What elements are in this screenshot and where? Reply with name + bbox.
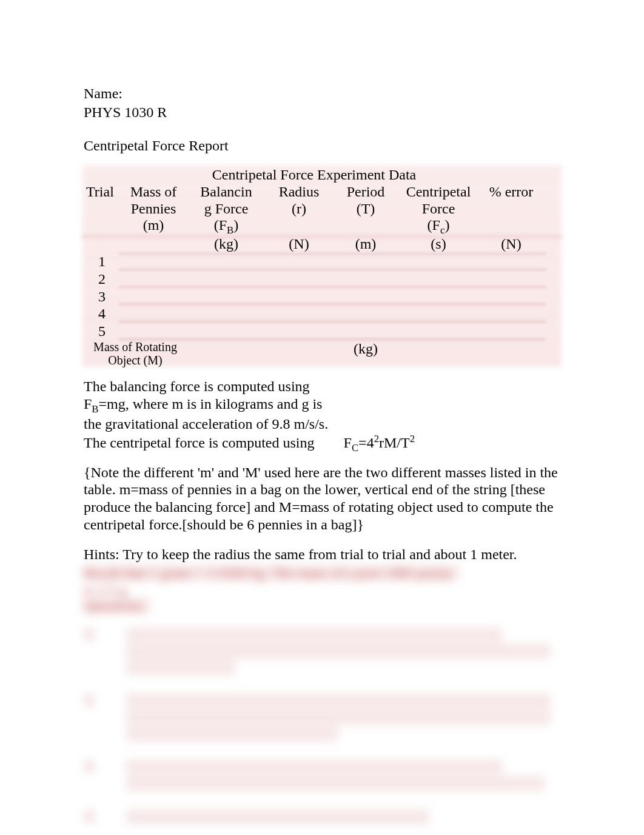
question-text-blurred (126, 694, 560, 743)
question-text-blurred (126, 810, 560, 826)
table-row: 5 (84, 323, 560, 340)
question-number-blurred (84, 628, 95, 641)
formula-line-1: The balancing force is computed using FB… (84, 378, 560, 415)
page-title: Centripetal Force Report (84, 137, 560, 155)
data-table: Centripetal Force Experiment Data Trial … (84, 165, 560, 367)
col-cen-unit: (N) (478, 236, 545, 253)
note-line: table. m=mass of pennies in a bag on the… (84, 481, 560, 498)
trial-num: 4 (84, 305, 120, 323)
formula-paragraph: The balancing force is computed using FB… (84, 378, 560, 454)
col-err: % error (478, 184, 545, 201)
table-row: 4 (84, 305, 560, 323)
footer-label: Mass of Rotating Object (M) (84, 340, 187, 367)
col-bal-1: Balancin (187, 184, 266, 201)
col-mass-2: Pennies (120, 201, 187, 218)
col-cen-2: Force (399, 201, 478, 218)
col-rad-2: (r) (266, 201, 332, 218)
question-text-blurred (126, 760, 560, 793)
col-cen-1: Centripetal (399, 184, 478, 201)
name-label: Name: (84, 86, 122, 101)
col-rad-unit: (m) (332, 236, 399, 253)
course-suffix-blurred (170, 108, 255, 119)
table-unit-row: (kg) (N) (m) (s) (N) (84, 236, 560, 253)
note-line: {Note the different 'm' and 'M' used her… (84, 464, 560, 481)
question-number-blurred (84, 760, 95, 773)
table-header-row-1: Trial Mass of Balancin Radius Period Cen… (84, 184, 560, 201)
question-item (84, 810, 560, 826)
question-number-blurred (84, 694, 95, 707)
hints-blurred-line: Recall that 1 gram = 1/1000 kg. The mass… (84, 565, 460, 580)
formula-line-3: The centripetal force is computed using … (84, 433, 560, 454)
table-row: 3 (84, 288, 560, 306)
note-line: produce the balancing force] and M=mass … (84, 498, 560, 516)
questions-list (84, 628, 560, 826)
question-text-blurred (126, 628, 560, 677)
footer-unit: (kg) (187, 340, 545, 367)
question-item (84, 760, 560, 793)
course-code: PHYS 1030 R (84, 104, 167, 120)
question-item (84, 628, 560, 677)
trial-num: 2 (84, 270, 120, 288)
course-line: PHYS 1030 R (84, 104, 560, 121)
table-caption-row: Centripetal Force Experiment Data (84, 165, 560, 184)
name-value-blurred (126, 89, 284, 100)
trial-num: 5 (84, 323, 120, 340)
col-per-2: (T) (332, 201, 399, 218)
col-bal-unit: (N) (266, 236, 332, 253)
questions-heading-blurred: Questions: (84, 597, 150, 613)
question-item (84, 694, 560, 743)
col-mass-unit: (kg) (187, 236, 266, 253)
data-table-wrap: Centripetal Force Experiment Data Trial … (84, 165, 560, 367)
col-mass-3: (m) (120, 217, 187, 236)
table-footer-row: Mass of Rotating Object (M) (kg) (84, 340, 560, 367)
note-paragraph: {Note the different 'm' and 'M' used her… (84, 464, 560, 534)
col-cen-3: (Fc) (399, 217, 478, 236)
col-mass-1: Mass of (120, 184, 187, 201)
table-row: 2 (84, 270, 560, 288)
col-per-1: Period (332, 184, 399, 201)
col-bal-3: (FB) (187, 217, 266, 236)
trial-num: 1 (84, 253, 120, 270)
col-bal-2: g Force (187, 201, 266, 218)
table-caption: Centripetal Force Experiment Data (84, 165, 545, 184)
name-line: Name: (84, 85, 560, 102)
hints-line: Hints: Try to keep the radius the same f… (84, 546, 560, 563)
table-header-row-3: (m) (FB) (Fc) (84, 217, 560, 236)
note-line: centripetal force.[should be 6 pennies i… (84, 516, 560, 534)
col-rad-1: Radius (266, 184, 332, 201)
col-trial: Trial (84, 184, 120, 201)
col-per-unit: (s) (399, 236, 478, 253)
question-number-blurred (84, 810, 95, 823)
formula-line-2: the gravitational acceleration of 9.8 m/… (84, 415, 560, 433)
table-row: 1 (84, 253, 560, 270)
trial-num: 3 (84, 288, 120, 306)
table-header-row-2: Pennies g Force (r) (T) Force (84, 201, 560, 218)
